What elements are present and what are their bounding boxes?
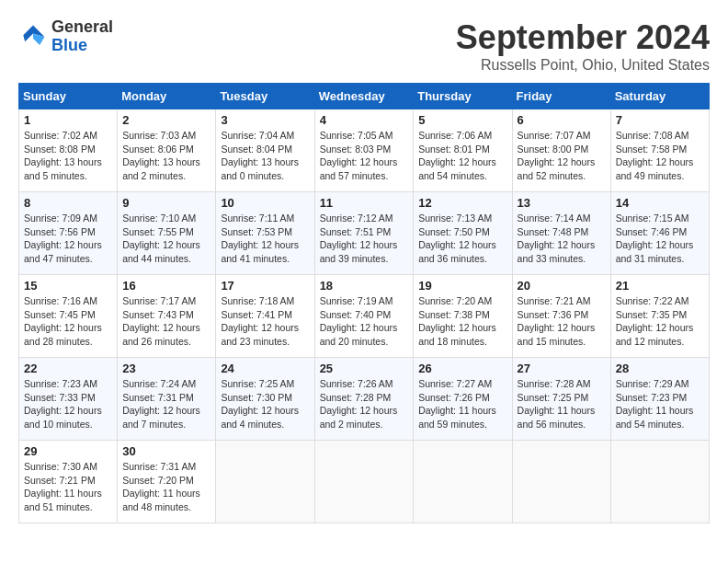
calendar-body: 1Sunrise: 7:02 AMSunset: 8:08 PMDaylight… bbox=[19, 109, 710, 523]
weekday-header-sunday: Sunday bbox=[19, 84, 118, 109]
logo-line1: General bbox=[51, 18, 113, 37]
calendar-table: SundayMondayTuesdayWednesdayThursdayFrid… bbox=[18, 83, 710, 523]
weekday-header-saturday: Saturday bbox=[610, 84, 709, 109]
day-number: 13 bbox=[518, 196, 606, 210]
day-detail: Sunrise: 7:21 AMSunset: 7:36 PMDaylight:… bbox=[518, 294, 606, 349]
day-number: 3 bbox=[221, 113, 309, 127]
weekday-header-wednesday: Wednesday bbox=[314, 84, 414, 109]
calendar-cell: 20Sunrise: 7:21 AMSunset: 7:36 PMDayligh… bbox=[512, 275, 610, 358]
day-detail: Sunrise: 7:18 AMSunset: 7:41 PMDaylight:… bbox=[221, 294, 309, 349]
day-number: 20 bbox=[518, 279, 606, 293]
location-title: Russells Point, Ohio, United States bbox=[456, 57, 710, 74]
day-number: 8 bbox=[24, 196, 112, 210]
day-number: 12 bbox=[418, 196, 506, 210]
calendar-cell: 22Sunrise: 7:23 AMSunset: 7:33 PMDayligh… bbox=[19, 358, 118, 441]
day-detail: Sunrise: 7:07 AMSunset: 8:00 PMDaylight:… bbox=[518, 129, 606, 183]
day-number: 28 bbox=[616, 362, 704, 375]
calendar-header-row: SundayMondayTuesdayWednesdayThursdayFrid… bbox=[19, 84, 710, 109]
calendar-cell: 23Sunrise: 7:24 AMSunset: 7:31 PMDayligh… bbox=[118, 358, 216, 441]
logo-icon bbox=[18, 22, 48, 52]
logo-line2: Blue bbox=[51, 37, 113, 55]
day-number: 7 bbox=[616, 113, 704, 127]
weekday-header-tuesday: Tuesday bbox=[216, 84, 314, 109]
calendar-cell: 5Sunrise: 7:06 AMSunset: 8:01 PMDaylight… bbox=[414, 109, 512, 192]
calendar-cell: 8Sunrise: 7:09 AMSunset: 7:56 PMDaylight… bbox=[19, 192, 118, 275]
day-number: 17 bbox=[221, 279, 309, 293]
calendar-cell: 24Sunrise: 7:25 AMSunset: 7:30 PMDayligh… bbox=[216, 358, 314, 441]
day-detail: Sunrise: 7:28 AMSunset: 7:25 PMDaylight:… bbox=[518, 377, 606, 431]
day-number: 1 bbox=[24, 113, 112, 127]
calendar-cell: 19Sunrise: 7:20 AMSunset: 7:38 PMDayligh… bbox=[414, 275, 512, 358]
calendar-cell: 2Sunrise: 7:03 AMSunset: 8:06 PMDaylight… bbox=[118, 109, 216, 192]
calendar-cell bbox=[216, 441, 314, 523]
day-detail: Sunrise: 7:15 AMSunset: 7:46 PMDaylight:… bbox=[616, 212, 704, 266]
calendar-cell: 4Sunrise: 7:05 AMSunset: 8:03 PMDaylight… bbox=[314, 109, 414, 192]
day-number: 16 bbox=[122, 279, 210, 293]
weekday-header-monday: Monday bbox=[118, 84, 216, 109]
day-detail: Sunrise: 7:29 AMSunset: 7:23 PMDaylight:… bbox=[616, 377, 704, 431]
calendar-cell bbox=[610, 441, 709, 523]
day-detail: Sunrise: 7:16 AMSunset: 7:45 PMDaylight:… bbox=[24, 294, 112, 349]
title-area: September 2024 Russells Point, Ohio, Uni… bbox=[456, 18, 710, 74]
day-detail: Sunrise: 7:26 AMSunset: 7:28 PMDaylight:… bbox=[320, 377, 409, 431]
day-detail: Sunrise: 7:04 AMSunset: 8:04 PMDaylight:… bbox=[221, 129, 309, 183]
day-number: 19 bbox=[418, 279, 506, 293]
day-number: 23 bbox=[122, 362, 210, 375]
day-detail: Sunrise: 7:11 AMSunset: 7:53 PMDaylight:… bbox=[221, 212, 309, 266]
calendar-cell: 12Sunrise: 7:13 AMSunset: 7:50 PMDayligh… bbox=[414, 192, 512, 275]
calendar-cell: 29Sunrise: 7:30 AMSunset: 7:21 PMDayligh… bbox=[19, 441, 118, 523]
day-number: 18 bbox=[320, 279, 409, 293]
day-number: 25 bbox=[320, 362, 409, 375]
calendar-cell: 11Sunrise: 7:12 AMSunset: 7:51 PMDayligh… bbox=[314, 192, 414, 275]
calendar-cell: 15Sunrise: 7:16 AMSunset: 7:45 PMDayligh… bbox=[19, 275, 118, 358]
day-number: 21 bbox=[616, 279, 704, 293]
day-number: 2 bbox=[122, 113, 210, 127]
day-detail: Sunrise: 7:20 AMSunset: 7:38 PMDaylight:… bbox=[418, 294, 506, 349]
day-number: 5 bbox=[418, 113, 506, 127]
day-detail: Sunrise: 7:17 AMSunset: 7:43 PMDaylight:… bbox=[122, 294, 210, 349]
calendar-cell: 21Sunrise: 7:22 AMSunset: 7:35 PMDayligh… bbox=[610, 275, 709, 358]
calendar-week-4: 22Sunrise: 7:23 AMSunset: 7:33 PMDayligh… bbox=[19, 358, 710, 441]
day-detail: Sunrise: 7:14 AMSunset: 7:48 PMDaylight:… bbox=[518, 212, 606, 266]
day-number: 10 bbox=[221, 196, 309, 210]
calendar-cell: 10Sunrise: 7:11 AMSunset: 7:53 PMDayligh… bbox=[216, 192, 314, 275]
day-detail: Sunrise: 7:19 AMSunset: 7:40 PMDaylight:… bbox=[320, 294, 409, 349]
calendar-cell: 28Sunrise: 7:29 AMSunset: 7:23 PMDayligh… bbox=[610, 358, 709, 441]
calendar-cell bbox=[414, 441, 512, 523]
calendar-cell: 7Sunrise: 7:08 AMSunset: 7:58 PMDaylight… bbox=[610, 109, 709, 192]
calendar-cell: 16Sunrise: 7:17 AMSunset: 7:43 PMDayligh… bbox=[118, 275, 216, 358]
calendar-cell: 9Sunrise: 7:10 AMSunset: 7:55 PMDaylight… bbox=[118, 192, 216, 275]
day-number: 4 bbox=[320, 113, 409, 127]
day-number: 11 bbox=[320, 196, 409, 210]
day-number: 27 bbox=[518, 362, 606, 375]
calendar-cell: 1Sunrise: 7:02 AMSunset: 8:08 PMDaylight… bbox=[19, 109, 118, 192]
calendar-week-3: 15Sunrise: 7:16 AMSunset: 7:45 PMDayligh… bbox=[19, 275, 710, 358]
day-detail: Sunrise: 7:03 AMSunset: 8:06 PMDaylight:… bbox=[122, 129, 210, 183]
day-number: 14 bbox=[616, 196, 704, 210]
calendar-cell bbox=[512, 441, 610, 523]
calendar-week-5: 29Sunrise: 7:30 AMSunset: 7:21 PMDayligh… bbox=[19, 441, 710, 523]
calendar-cell: 14Sunrise: 7:15 AMSunset: 7:46 PMDayligh… bbox=[610, 192, 709, 275]
day-detail: Sunrise: 7:10 AMSunset: 7:55 PMDaylight:… bbox=[122, 212, 210, 266]
calendar-cell: 25Sunrise: 7:26 AMSunset: 7:28 PMDayligh… bbox=[314, 358, 414, 441]
logo: General Blue bbox=[18, 18, 113, 55]
day-detail: Sunrise: 7:09 AMSunset: 7:56 PMDaylight:… bbox=[24, 212, 112, 266]
day-detail: Sunrise: 7:25 AMSunset: 7:30 PMDaylight:… bbox=[221, 377, 309, 431]
page-header: General Blue September 2024 Russells Poi… bbox=[18, 18, 710, 74]
calendar-cell: 27Sunrise: 7:28 AMSunset: 7:25 PMDayligh… bbox=[512, 358, 610, 441]
day-detail: Sunrise: 7:12 AMSunset: 7:51 PMDaylight:… bbox=[320, 212, 409, 266]
day-detail: Sunrise: 7:08 AMSunset: 7:58 PMDaylight:… bbox=[616, 129, 704, 183]
day-number: 22 bbox=[24, 362, 112, 375]
day-detail: Sunrise: 7:27 AMSunset: 7:26 PMDaylight:… bbox=[418, 377, 506, 431]
day-number: 15 bbox=[24, 279, 112, 293]
calendar-cell: 30Sunrise: 7:31 AMSunset: 7:20 PMDayligh… bbox=[118, 441, 216, 523]
calendar-week-1: 1Sunrise: 7:02 AMSunset: 8:08 PMDaylight… bbox=[19, 109, 710, 192]
weekday-header-thursday: Thursday bbox=[414, 84, 512, 109]
calendar-week-2: 8Sunrise: 7:09 AMSunset: 7:56 PMDaylight… bbox=[19, 192, 710, 275]
day-number: 24 bbox=[221, 362, 309, 375]
calendar-cell: 13Sunrise: 7:14 AMSunset: 7:48 PMDayligh… bbox=[512, 192, 610, 275]
day-number: 30 bbox=[122, 444, 210, 458]
day-number: 9 bbox=[122, 196, 210, 210]
calendar-cell: 3Sunrise: 7:04 AMSunset: 8:04 PMDaylight… bbox=[216, 109, 314, 192]
day-detail: Sunrise: 7:23 AMSunset: 7:33 PMDaylight:… bbox=[24, 377, 112, 431]
